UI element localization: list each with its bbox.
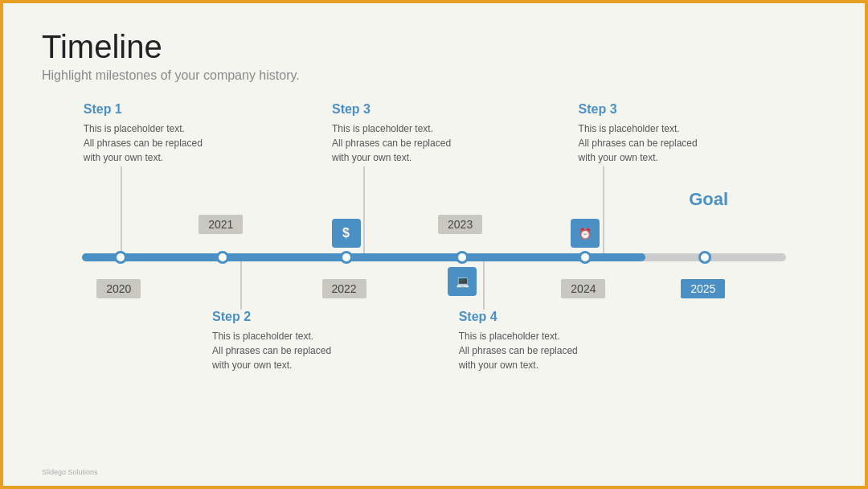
page-title: Timeline (42, 29, 826, 65)
step-card-1: Step 1 This is placeholder text. All phr… (84, 102, 236, 165)
step2-title: Step 2 (212, 310, 365, 324)
step1-desc: All phrases can be replacedwith your own… (84, 136, 236, 165)
step3b-desc: All phrases can be replacedwith your own… (579, 136, 731, 165)
year-2025: 2025 (681, 279, 725, 298)
timeline-dot-2 (216, 251, 229, 264)
step2-desc: All phrases can be replacedwith your own… (212, 343, 365, 372)
icon-monitor: 💻 (448, 267, 477, 296)
goal-label: Goal (689, 189, 728, 210)
connector-step2 (240, 261, 242, 310)
timeline-dot-1 (114, 251, 127, 264)
year-2023: 2023 (438, 215, 482, 234)
slide: Timeline Highlight milestones of your co… (3, 3, 865, 486)
step4-placeholder: This is placeholder text. (459, 329, 612, 343)
timeline-dot-6 (698, 251, 711, 264)
step4-title: Step 4 (459, 310, 612, 324)
year-2024: 2024 (561, 279, 605, 298)
connector-step3a (363, 166, 365, 253)
step-card-3b: Step 3 This is placeholder text. All phr… (579, 102, 731, 165)
step4-desc: All phrases can be replacedwith your own… (459, 343, 612, 372)
step3b-placeholder: This is placeholder text. (579, 121, 731, 136)
timeline-dot-5 (579, 251, 592, 264)
page-subtitle: Highlight milestones of your company his… (42, 68, 826, 83)
watermark: Slidego Solutions (42, 468, 98, 476)
step1-placeholder: This is placeholder text. (84, 121, 236, 136)
step3a-desc: All phrases can be replacedwith your own… (332, 136, 485, 165)
timeline-dot-4 (456, 251, 469, 264)
step3a-title: Step 3 (332, 102, 485, 117)
timeline-dot-3 (340, 251, 353, 264)
connector-step1 (121, 166, 122, 253)
connector-step3b (603, 166, 604, 253)
timeline-bar (82, 253, 786, 261)
icon-clock: ⏰ (571, 219, 600, 248)
step-card-2: Step 2 This is placeholder text. All phr… (212, 310, 365, 372)
step3a-placeholder: This is placeholder text. (332, 121, 485, 136)
step-card-3a: Step 3 This is placeholder text. All phr… (332, 102, 485, 165)
year-2021: 2021 (199, 215, 243, 234)
step-card-4: Step 4 This is placeholder text. All phr… (459, 310, 612, 372)
timeline-area: $ ⏰ 💻 2021 2023 2020 2022 2024 2025 Goal (42, 102, 826, 376)
step1-title: Step 1 (84, 102, 236, 117)
timeline-bar-filled (82, 253, 645, 261)
year-2020: 2020 (96, 279, 141, 298)
icon-dollar: $ (332, 219, 361, 248)
step2-placeholder: This is placeholder text. (212, 329, 365, 343)
connector-step4 (483, 261, 485, 310)
step3b-title: Step 3 (579, 102, 731, 117)
year-2022: 2022 (322, 279, 366, 298)
